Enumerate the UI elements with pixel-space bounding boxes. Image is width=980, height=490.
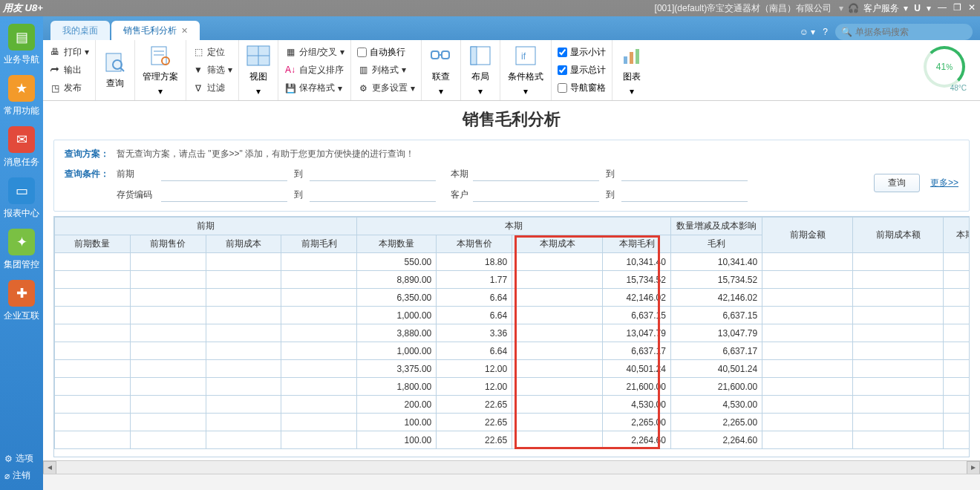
- app-logo: 用友 U8+: [3, 1, 43, 15]
- minimize-icon[interactable]: —: [937, 3, 947, 13]
- report-title: 销售毛利分析: [43, 101, 980, 137]
- output-button[interactable]: ⮫输出: [49, 63, 89, 77]
- col-group-prev: 前期: [55, 218, 357, 235]
- scroll-right-icon[interactable]: ▸: [967, 461, 980, 474]
- locate-button[interactable]: ⬚定位: [192, 45, 232, 59]
- tab-desktop[interactable]: 我的桌面: [50, 21, 110, 40]
- cust-to-input[interactable]: [621, 187, 748, 202]
- nav-favorites[interactable]: ★常用功能: [3, 75, 40, 117]
- table-row[interactable]: 100.0022.652,264.602,264.602,: [55, 431, 970, 449]
- nav-group[interactable]: ✦集团管控: [3, 229, 40, 271]
- barcode-input[interactable]: [855, 27, 967, 37]
- perf-gauge: 41% 48°C: [924, 46, 971, 94]
- layout-icon: [468, 44, 492, 68]
- filter2-button[interactable]: ∇过滤: [192, 81, 232, 95]
- svg-rect-17: [624, 56, 627, 64]
- window-controls: — ❐ ✕: [937, 3, 977, 13]
- prev-to-input[interactable]: [310, 166, 436, 181]
- view-button[interactable]: 视图 ▾: [239, 40, 278, 100]
- cust-from-input[interactable]: [473, 187, 599, 202]
- help-icon[interactable]: ?: [823, 27, 828, 37]
- col-group-curr: 本期: [357, 218, 671, 235]
- curr-from-input[interactable]: [473, 166, 599, 181]
- key-icon: ⌀: [4, 471, 10, 481]
- scheme-icon: [148, 44, 172, 68]
- cond-label: 查询条件：: [65, 168, 117, 180]
- ribbon: 🖶打印 ▾ ⮫输出 ◳发布 查询 管理方案 ▾ ⬚定位 ▼筛选 ▾ ∇过滤 视图…: [43, 40, 980, 101]
- print-button[interactable]: 🖶打印 ▾: [49, 45, 89, 59]
- maximize-icon[interactable]: ❐: [952, 3, 962, 13]
- scheme-hint: 暂无查询方案，请点击 "更多>>" 添加，有助于您更加方便快捷的进行查询！: [117, 148, 414, 160]
- table-row[interactable]: 3,880.003.3613,047.7913,047.7913,0: [55, 324, 970, 342]
- svg-rect-18: [630, 52, 633, 64]
- query-button[interactable]: 查询: [96, 40, 135, 100]
- curr-to-input[interactable]: [621, 166, 748, 181]
- customsort-button[interactable]: A↓自定义排序: [284, 63, 344, 77]
- condfmt-button[interactable]: if条件格式 ▾: [500, 40, 552, 100]
- sort-icon: A↓: [284, 64, 296, 76]
- nav-messages[interactable]: ✉消息任务: [3, 126, 40, 169]
- print-icon: 🖶: [49, 46, 61, 58]
- nav-enterprise[interactable]: ✚企业互联: [3, 280, 40, 322]
- svg-text:if: if: [521, 51, 526, 62]
- more-link[interactable]: 更多>>: [930, 177, 958, 189]
- tab-bar: 我的桌面 销售毛利分析 ✕ ☺ ▾ ? 🔍: [43, 16, 980, 40]
- save-icon: 💾: [284, 82, 296, 94]
- query-icon: [103, 50, 127, 74]
- table-row[interactable]: 3,375.0012.0040,501.2440,501.2440,: [55, 360, 970, 378]
- u-icon[interactable]: U: [914, 3, 921, 13]
- scroll-left-icon[interactable]: ◂: [43, 461, 56, 474]
- invcode-to-input[interactable]: [310, 187, 436, 202]
- nav-reports[interactable]: ▭报表中心: [3, 177, 40, 220]
- publish-button[interactable]: ◳发布: [49, 81, 89, 95]
- scheme-label: 查询方案：: [65, 148, 117, 160]
- svg-rect-14: [471, 47, 477, 65]
- output-icon: ⮫: [49, 64, 61, 76]
- table-row[interactable]: 200.0022.654,530.004,530.004,: [55, 396, 970, 414]
- table-row[interactable]: 1,000.006.646,637.176,637.176,6: [55, 342, 970, 360]
- layout-button[interactable]: 布局 ▾: [461, 40, 500, 100]
- moreset-button[interactable]: ⚙更多设置 ▾: [357, 81, 415, 95]
- prev-from-input[interactable]: [161, 166, 287, 181]
- chart-button[interactable]: 图表 ▾: [612, 40, 651, 100]
- svg-rect-19: [636, 49, 639, 64]
- table-row[interactable]: 100.0022.652,265.002,265.002,: [55, 414, 970, 431]
- table-row[interactable]: 1,800.0012.0021,600.0021,600.0021,6: [55, 378, 970, 396]
- colfmt-button[interactable]: ▥列格式 ▾: [357, 63, 415, 77]
- showsub-check[interactable]: 显示小计: [558, 45, 606, 59]
- table-row[interactable]: 8,890.001.7715,734.5215,734.5215,: [55, 271, 970, 289]
- link-button[interactable]: 联查 ▾: [422, 40, 461, 100]
- h-scrollbar[interactable]: ◂ ▸: [43, 460, 980, 474]
- close-icon[interactable]: ✕: [967, 3, 977, 13]
- nav-business[interactable]: ▤业务导航: [3, 24, 40, 66]
- invcode-from-input[interactable]: [161, 187, 287, 202]
- svg-rect-15: [516, 47, 535, 65]
- smile-icon[interactable]: ☺ ▾: [800, 27, 816, 37]
- group-button[interactable]: ▦分组/交叉 ▾: [284, 45, 344, 59]
- filter-button[interactable]: ▼筛选 ▾: [192, 63, 232, 77]
- table-row[interactable]: 550.0018.8010,341.4010,341.4010,: [55, 253, 970, 271]
- table-row[interactable]: 1,000.006.646,637.156,637.156,6: [55, 307, 970, 324]
- barcode-search[interactable]: 🔍: [835, 24, 973, 40]
- autowrap-check[interactable]: 自动换行: [357, 45, 415, 59]
- showtot-check[interactable]: 显示总计: [558, 63, 606, 77]
- customer-service[interactable]: 🎧 客户服务 ▾: [848, 2, 908, 15]
- table-row[interactable]: 6,350.006.6442,146.0242,146.0242,: [55, 289, 970, 307]
- tab-sales-gross[interactable]: 销售毛利分析 ✕: [111, 21, 200, 40]
- svg-rect-10: [431, 51, 439, 59]
- condfmt-icon: if: [514, 44, 538, 68]
- funnel-icon: ∇: [192, 82, 204, 94]
- nav-options[interactable]: ⚙选项: [0, 450, 43, 467]
- nav-logout[interactable]: ⌀注销: [0, 467, 43, 484]
- locate-icon: ⬚: [192, 46, 204, 58]
- tab-close-icon[interactable]: ✕: [181, 26, 188, 36]
- navpane-check[interactable]: 导航窗格: [558, 81, 606, 95]
- scheme-button[interactable]: 管理方案 ▾: [135, 40, 186, 100]
- query-btn[interactable]: 查询: [874, 174, 920, 192]
- company-name[interactable]: [001](default)帝宝交通器材（南昌）有限公司: [655, 2, 832, 15]
- search-icon: 🔍: [841, 27, 852, 37]
- chart-icon: [620, 44, 644, 68]
- svg-rect-3: [151, 47, 166, 65]
- savefmt-button[interactable]: 💾保存格式 ▾: [284, 81, 344, 95]
- filter-icon: ▼: [192, 64, 204, 76]
